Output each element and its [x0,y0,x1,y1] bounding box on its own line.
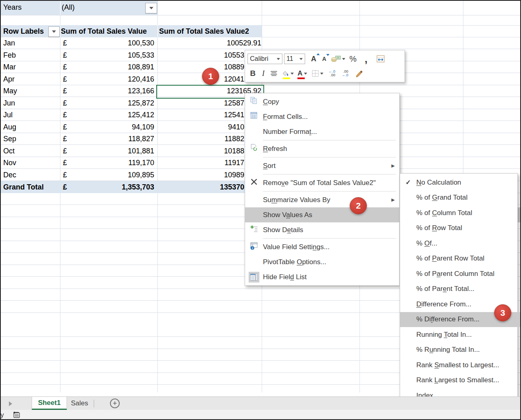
filter-dropdown-button[interactable] [145,3,157,13]
pivot-row-feb[interactable]: Feb£105,53310553 [0,50,262,62]
menu-item-sort[interactable]: Sort▶ [245,158,399,173]
value1-header[interactable]: Sum of Total Sales Value [61,25,147,37]
value2-cell[interactable]: 11917 [161,157,244,169]
value2-cell[interactable]: 12541 [161,109,244,121]
pivot-row-sep[interactable]: Sep£118,82711882 [0,133,262,145]
row-label-cell[interactable]: Aug [3,121,16,134]
autofit-button[interactable] [375,53,386,65]
menu-item-pivottable-options[interactable]: PivotTable Options... [245,254,399,269]
menu-item-show-details[interactable]: Show Details [245,222,399,237]
pivot-row-dec[interactable]: Dec£109,89510989 [0,169,262,181]
font-name-combo[interactable]: Calibri [248,54,282,64]
value2-cell[interactable]: 10188 [161,145,244,157]
currency-cell[interactable]: £ [63,181,67,193]
menu-item-remove-field[interactable]: Remove "Sum of Total Sales Value2" [245,175,399,190]
submenu-item-running-total-in[interactable]: Running Total In... [400,327,517,342]
pivot-row-jan[interactable]: Jan£100,530100529.91 [0,37,262,50]
filter-field-label[interactable]: Years [3,0,22,15]
tab-sheet1[interactable]: Sheet1 [32,397,67,410]
shrink-font-button[interactable]: A [319,53,329,65]
accounting-format-button[interactable] [331,53,345,65]
value1-cell[interactable]: 109,895 [69,169,154,181]
currency-cell[interactable]: £ [63,145,67,157]
borders-button[interactable] [312,67,323,80]
increase-decimal-button[interactable]: .00→.0 [340,67,350,80]
macro-record-icon[interactable] [13,411,21,418]
value2-cell[interactable]: 10889 [161,61,244,73]
row-label-cell[interactable]: Apr [3,73,15,86]
currency-cell[interactable]: £ [63,37,67,50]
pivot-row-mar[interactable]: Mar£108,89110889 [0,61,262,73]
menu-item-refresh[interactable]: Refresh [245,141,399,156]
submenu-item-pct-of-column-total[interactable]: % of Column Total [400,205,517,221]
row-label-cell[interactable]: Nov [3,157,16,169]
pivot-row-oct[interactable]: Oct£101,88110188 [0,145,262,157]
value1-cell[interactable]: 123,166 [69,85,154,97]
value2-cell[interactable]: 9410 [161,121,244,134]
menu-item-summarize-values-by[interactable]: Summarize Values By▶ [245,192,399,207]
align-center-button[interactable] [269,67,279,80]
submenu-item-no-calculation[interactable]: ✓No Calculation [400,175,517,190]
value1-cell[interactable]: 94,109 [69,121,154,134]
font-size-combo[interactable]: 11 [284,54,305,64]
row-label-cell[interactable]: Dec [3,169,16,181]
currency-cell[interactable]: £ [63,109,67,121]
fill-color-button[interactable] [282,67,294,80]
submenu-item-pct-of[interactable]: % Of... [400,236,517,251]
currency-cell[interactable]: £ [63,169,67,181]
submenu-item-pct-of-parent-column-total[interactable]: % of Parent Column Total [400,266,517,282]
value1-cell[interactable]: 125,412 [69,109,154,121]
value1-cell[interactable]: 125,872 [69,97,154,110]
pivot-row-apr[interactable]: Apr£120,41612041 [0,73,262,86]
menu-item-number-format[interactable]: Number Format... [245,124,399,139]
new-sheet-button[interactable]: + [110,398,120,408]
pivot-grand-total-row[interactable]: Grand Total£1,353,703135370 [0,181,262,193]
comma-style-button[interactable]: , [361,53,371,65]
filter-value[interactable]: (All) [62,0,75,15]
menu-item-copy[interactable]: Copy [245,94,399,109]
submenu-item-pct-running-total-in[interactable]: % Running Total In... [400,342,517,358]
value2-cell[interactable]: 135370 [161,181,244,193]
submenu-item-pct-of-row-total[interactable]: % of Row Total [400,221,517,236]
submenu-item-pct-of-parent-row-total[interactable]: % of Parent Row Total [400,251,517,267]
row-label-cell[interactable]: Jul [3,109,13,121]
currency-cell[interactable]: £ [63,61,67,73]
menu-item-hide-field-list[interactable]: Hide Field List [245,269,399,284]
row-labels-filter-button[interactable] [48,26,60,37]
row-label-cell[interactable]: Mar [3,61,16,73]
sheet-nav-right-icon[interactable] [9,401,12,406]
row-label-cell[interactable]: Grand Total [3,181,44,193]
tab-sales[interactable]: Sales [67,397,92,410]
value1-cell[interactable]: 101,881 [69,145,154,157]
value1-cell[interactable]: 118,827 [69,133,154,145]
currency-cell[interactable]: £ [63,121,67,134]
bold-button[interactable]: B [248,67,258,80]
value2-header[interactable]: Sum of Total Sales Value2 [159,25,249,37]
pivot-row-aug[interactable]: Aug£94,1099410 [0,121,262,134]
currency-cell[interactable]: £ [63,157,67,169]
row-label-cell[interactable]: Oct [3,145,15,157]
row-label-cell[interactable]: Jun [3,97,15,110]
value1-cell[interactable]: 119,170 [69,157,154,169]
pivot-row-nov[interactable]: Nov£119,17011917 [0,157,262,169]
pivot-row-jul[interactable]: Jul£125,41212541 [0,109,262,121]
currency-cell[interactable]: £ [63,85,67,97]
font-color-button[interactable]: A [296,67,308,80]
submenu-item-rank-smallest-to-largest[interactable]: Rank Smallest to Largest... [400,358,517,373]
value1-cell[interactable]: 100,530 [69,37,154,50]
row-label-cell[interactable]: Jan [3,37,15,50]
value2-cell[interactable]: 100529.91 [161,37,261,50]
format-painter-button[interactable] [354,67,365,80]
currency-cell[interactable]: £ [63,50,67,62]
grow-font-button[interactable]: A [308,53,319,65]
submenu-item-pct-of-grand-total[interactable]: % of Grand Total [400,190,517,206]
submenu-item-rank-largest-to-smallest[interactable]: Rank Largest to Smallest... [400,373,517,388]
value2-cell[interactable]: 12587 [161,97,244,110]
percent-style-button[interactable]: % [348,53,358,65]
currency-cell[interactable]: £ [63,133,67,145]
submenu-item-pct-of-parent-total[interactable]: % of Parent Total... [400,282,517,297]
menu-item-value-field-settings[interactable]: iValue Field Settings... [245,239,399,254]
decrease-decimal-button[interactable]: ←.0.00 [327,67,337,80]
currency-cell[interactable]: £ [63,97,67,110]
value2-cell[interactable]: 11882 [161,133,244,145]
